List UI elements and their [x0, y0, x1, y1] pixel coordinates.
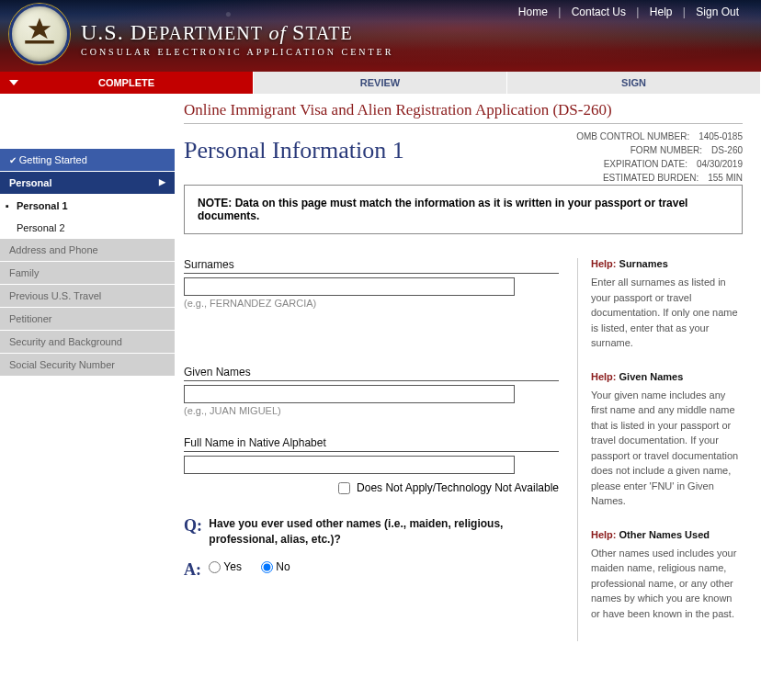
question-text: Have you ever used other names (i.e., ma…: [209, 516, 556, 548]
divider: |: [558, 6, 561, 18]
help-label: Help:: [591, 529, 617, 540]
dept-text: of: [263, 21, 292, 44]
a-marker: A:: [184, 560, 206, 580]
radio-other-names-no[interactable]: [261, 561, 273, 573]
dept-text: S: [292, 20, 305, 44]
nav-petitioner[interactable]: Petitioner: [0, 308, 175, 331]
radio-yes-label[interactable]: Yes: [209, 560, 242, 573]
link-help[interactable]: Help: [650, 6, 673, 18]
field-native-name: Full Name in Native Alphabet Does Not Ap…: [184, 436, 559, 494]
help-surnames: Help: Surnames Enter all surnames as lis…: [591, 258, 743, 351]
native-na-label: Does Not Apply/Technology Not Available: [357, 481, 559, 494]
help-given-names: Help: Given Names Your given name includ…: [591, 371, 743, 509]
meta-label: ESTIMATED BURDEN:: [603, 171, 699, 185]
dept-text: U.S. D: [81, 20, 147, 44]
help-text: Your given name includes any first name …: [591, 388, 743, 509]
dept-subtitle: CONSULAR ELECTRONIC APPLICATION CENTER: [81, 47, 393, 57]
nav-family[interactable]: Family: [0, 262, 175, 285]
divider: |: [683, 6, 686, 18]
help-text: Other names used includes your maiden na…: [591, 546, 743, 622]
nav-personal[interactable]: Personal: [0, 172, 175, 195]
dept-text: EPARTMENT: [147, 23, 263, 43]
meta-label: EXPIRATION DATE:: [604, 157, 687, 171]
help-label: Help:: [591, 258, 617, 269]
surnames-label: Surnames: [184, 258, 559, 274]
meta-value: DS-260: [711, 143, 743, 157]
form-metadata: OMB CONTROL NUMBER:1405-0185 FORM NUMBER…: [576, 130, 743, 185]
nav-ssn[interactable]: Social Security Number: [0, 354, 175, 377]
nav-getting-started[interactable]: Getting Started: [0, 149, 175, 172]
nav-prev-travel[interactable]: Previous U.S. Travel: [0, 285, 175, 308]
form-title: Online Immigrant Visa and Alien Registra…: [184, 94, 743, 124]
top-links: Home | Contact Us | Help | Sign Out: [515, 6, 743, 18]
nav-address-phone[interactable]: Address and Phone: [0, 239, 175, 262]
main-content: Online Immigrant Visa and Alien Registra…: [175, 94, 761, 660]
nav-security[interactable]: Security and Background: [0, 331, 175, 354]
surnames-hint: (e.g., FERNANDEZ GARCIA): [184, 298, 559, 309]
given-hint: (e.g., JUAN MIGUEL): [184, 405, 559, 416]
state-seal-icon: [9, 4, 70, 64]
dept-text: TATE: [305, 23, 352, 43]
question-other-names: Q: Have you ever used other names (i.e.,…: [184, 516, 559, 580]
native-label: Full Name in Native Alphabet: [184, 436, 559, 452]
field-given-names: Given Names (e.g., JUAN MIGUEL): [184, 366, 559, 416]
form-fields: Surnames (e.g., FERNANDEZ GARCIA) Given …: [184, 258, 559, 641]
tab-label: COMPLETE: [98, 77, 154, 88]
meta-value: 155 MIN: [708, 171, 743, 185]
nav-personal-1[interactable]: Personal 1: [0, 195, 175, 217]
help-label: Help:: [591, 371, 617, 382]
link-signout[interactable]: Sign Out: [696, 6, 739, 18]
help-title: Given Names: [619, 371, 684, 382]
help-title: Surnames: [619, 258, 668, 269]
app-header: Home | Contact Us | Help | Sign Out U.S.…: [0, 0, 761, 72]
meta-value: 04/30/2019: [697, 157, 743, 171]
radio-no-label[interactable]: No: [261, 560, 290, 573]
given-label: Given Names: [184, 366, 559, 381]
chevron-down-icon: [9, 80, 18, 85]
help-column: Help: Surnames Enter all surnames as lis…: [577, 258, 743, 641]
field-surnames: Surnames (e.g., FERNANDEZ GARCIA): [184, 258, 559, 309]
tab-sign[interactable]: SIGN: [507, 72, 761, 94]
help-title: Other Names Used: [619, 529, 710, 540]
tab-complete[interactable]: COMPLETE: [0, 72, 254, 94]
tab-review[interactable]: REVIEW: [254, 72, 507, 94]
divider: |: [636, 6, 639, 18]
help-text: Enter all surnames as listed in your pas…: [591, 275, 743, 351]
radio-other-names-yes[interactable]: [209, 561, 221, 573]
meta-value: 1405-0185: [699, 130, 743, 143]
passport-note: NOTE: Data on this page must match the i…: [184, 185, 743, 234]
help-other-names: Help: Other Names Used Other names used …: [591, 529, 743, 622]
sidebar-nav: Getting Started Personal Personal 1 Pers…: [0, 94, 175, 660]
native-na-checkbox[interactable]: [338, 482, 350, 494]
step-tabs: COMPLETE REVIEW SIGN: [0, 72, 761, 94]
nav-personal-2[interactable]: Personal 2: [0, 217, 175, 239]
given-input[interactable]: [184, 385, 515, 403]
link-contact[interactable]: Contact Us: [572, 6, 626, 18]
native-input[interactable]: [184, 456, 515, 474]
surnames-input[interactable]: [184, 277, 515, 296]
dept-title: U.S. DEPARTMENT of STATE CONSULAR ELECTR…: [81, 20, 393, 57]
meta-label: OMB CONTROL NUMBER:: [576, 130, 689, 143]
meta-label: FORM NUMBER:: [630, 143, 702, 157]
link-home[interactable]: Home: [518, 6, 548, 18]
q-marker: Q:: [184, 516, 206, 536]
